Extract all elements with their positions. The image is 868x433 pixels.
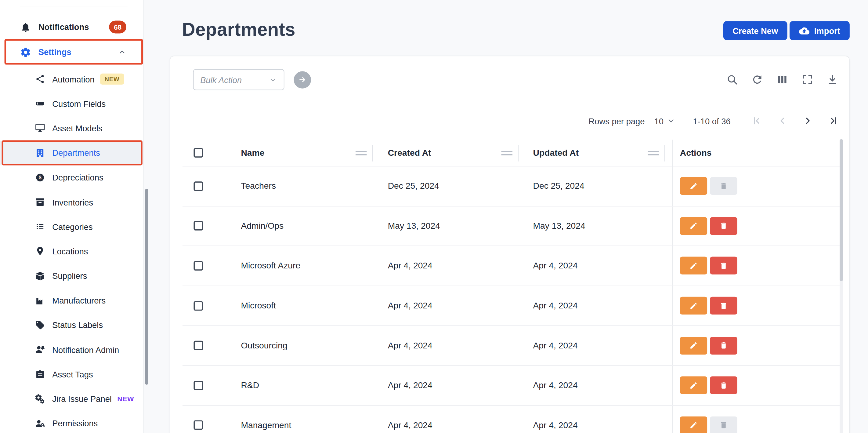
- updated-at-value: Apr 4, 2024: [533, 420, 578, 430]
- edit-button[interactable]: [680, 416, 707, 433]
- sidebar-item-asset-models[interactable]: Asset Models: [0, 116, 143, 141]
- sidebar-item-depreciations[interactable]: Depreciations: [0, 165, 143, 190]
- trash-icon: [719, 421, 727, 429]
- sidebar-item-label: Settings: [38, 47, 71, 57]
- sidebar-item-label: Notification Admin: [52, 345, 119, 354]
- table-scrollbar-thumb[interactable]: [840, 139, 843, 281]
- sidebar-item-label: Locations: [52, 247, 88, 256]
- sidebar-item-automation[interactable]: Automation NEW: [0, 67, 143, 92]
- table-row: Outsourcing Apr 4, 2024 Apr 4, 2024: [183, 326, 840, 366]
- edit-button[interactable]: [680, 217, 707, 235]
- tag-icon: [35, 320, 45, 330]
- sidebar-scrollbar[interactable]: [145, 189, 148, 385]
- column-resize-handle-icon[interactable]: [501, 150, 513, 155]
- bulk-action-select[interactable]: Bulk Action: [193, 69, 284, 90]
- last-page-button[interactable]: [828, 115, 839, 126]
- box-icon: [35, 271, 45, 281]
- fullscreen-button[interactable]: [801, 74, 813, 86]
- sidebar-item-label: Asset Models: [52, 124, 102, 133]
- bulk-action-go-button[interactable]: [294, 71, 311, 88]
- delete-button[interactable]: [710, 337, 737, 354]
- edit-button[interactable]: [680, 177, 707, 195]
- column-resize-handle-icon[interactable]: [648, 150, 659, 155]
- sidebar-item-suppliers[interactable]: Suppliers: [0, 263, 143, 288]
- delete-button[interactable]: [710, 257, 737, 275]
- table-row: Microsoft Apr 4, 2024 Apr 4, 2024: [183, 286, 840, 326]
- sidebar-item-settings[interactable]: Settings: [0, 39, 143, 64]
- columns-button[interactable]: [776, 74, 788, 86]
- search-icon: [726, 74, 738, 86]
- column-resize-handle-icon[interactable]: [355, 150, 367, 155]
- main-content: Departments Create New Import Bulk Actio…: [144, 0, 868, 433]
- header-select-cell: [183, 140, 226, 166]
- row-checkbox[interactable]: [193, 341, 203, 350]
- previous-page-button[interactable]: [777, 115, 788, 126]
- header-actions: Create New Import: [723, 21, 850, 40]
- column-header-name[interactable]: Name: [226, 140, 373, 166]
- row-checkbox[interactable]: [193, 181, 203, 191]
- sidebar-item-label: Jira Issue Panel: [52, 394, 112, 404]
- column-header-created-at[interactable]: Created At: [373, 140, 519, 166]
- first-page-button[interactable]: [751, 115, 762, 126]
- created-at-value: Apr 4, 2024: [388, 301, 432, 311]
- pencil-icon: [689, 262, 698, 270]
- row-checkbox[interactable]: [193, 381, 203, 390]
- updated-at-value: Apr 4, 2024: [533, 261, 578, 271]
- trash-icon: [719, 262, 727, 270]
- gears-icon: [35, 394, 45, 404]
- sidebar-item-label: Custom Fields: [52, 99, 105, 108]
- edit-button[interactable]: [680, 297, 707, 315]
- edit-button[interactable]: [680, 337, 707, 354]
- department-name: Teachers: [241, 181, 276, 191]
- sidebar-item-jira-issue-panel[interactable]: Jira Issue Panel NEW: [0, 386, 143, 411]
- sidebar-item-notification-admin[interactable]: Notification Admin: [0, 338, 143, 362]
- import-button[interactable]: Import: [790, 21, 850, 40]
- edit-button[interactable]: [680, 257, 707, 275]
- sidebar-item-label: Manufacturers: [52, 296, 105, 306]
- sidebar-item-status-labels[interactable]: Status Labels: [0, 313, 143, 338]
- sidebar-item-departments[interactable]: Departments: [0, 141, 143, 165]
- table-scrollbar[interactable]: [840, 139, 843, 433]
- gear-icon: [20, 47, 31, 57]
- department-name: Admin/Ops: [241, 221, 283, 231]
- arrow-right-icon: [298, 75, 307, 84]
- download-button[interactable]: [826, 74, 838, 86]
- delete-button[interactable]: [710, 217, 737, 235]
- rows-per-page-select[interactable]: 10: [654, 116, 676, 125]
- edit-button[interactable]: [680, 376, 707, 394]
- updated-at-value: Apr 4, 2024: [533, 380, 578, 391]
- input-field-icon: [35, 98, 45, 109]
- search-button[interactable]: [726, 74, 738, 86]
- sidebar-item-inventories[interactable]: Inventories: [0, 190, 143, 215]
- sidebar-item-permissions[interactable]: Permissions: [0, 411, 143, 433]
- sidebar-item-asset-tags[interactable]: Asset Tags: [0, 362, 143, 386]
- next-page-button[interactable]: [802, 115, 813, 126]
- delete-button[interactable]: [710, 297, 737, 315]
- pagination-bar: Rows per page 10 1-10 of 36: [170, 112, 839, 129]
- delete-button[interactable]: [710, 416, 737, 433]
- factory-icon: [35, 296, 45, 306]
- created-at-value: Apr 4, 2024: [388, 261, 432, 271]
- delete-button[interactable]: [710, 177, 737, 195]
- created-at-value: Dec 25, 2024: [388, 181, 439, 191]
- row-checkbox[interactable]: [193, 421, 203, 430]
- column-header-updated-at[interactable]: Updated At: [519, 140, 672, 166]
- row-checkbox[interactable]: [193, 221, 203, 231]
- create-new-button[interactable]: Create New: [723, 21, 787, 40]
- sidebar-item-custom-fields[interactable]: Custom Fields: [0, 91, 143, 116]
- new-badge: NEW: [117, 395, 134, 403]
- sidebar-item-notifications[interactable]: Notifications 68: [0, 15, 143, 39]
- refresh-button[interactable]: [751, 74, 763, 86]
- delete-button[interactable]: [710, 376, 737, 394]
- row-checkbox[interactable]: [193, 261, 203, 270]
- select-all-checkbox[interactable]: [193, 148, 203, 157]
- row-checkbox[interactable]: [193, 301, 203, 311]
- sidebar-item-locations[interactable]: Locations: [0, 239, 143, 264]
- trash-icon: [719, 301, 727, 310]
- columns-icon: [776, 74, 788, 86]
- pencil-icon: [689, 222, 698, 230]
- sidebar-item-manufacturers[interactable]: Manufacturers: [0, 288, 143, 313]
- building-icon: [35, 148, 45, 158]
- pencil-icon: [689, 341, 698, 350]
- sidebar-item-categories[interactable]: Categories: [0, 214, 143, 239]
